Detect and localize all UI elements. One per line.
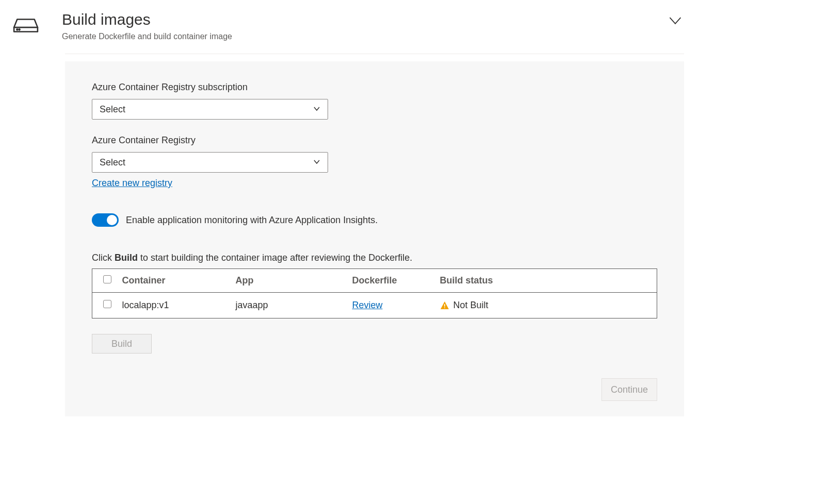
form-panel: Azure Container Registry subscription Se… bbox=[65, 61, 684, 416]
col-app: App bbox=[236, 269, 352, 293]
cell-container: localapp:v1 bbox=[122, 293, 236, 318]
svg-rect-3 bbox=[444, 304, 445, 307]
table-header-row: Container App Dockerfile Build status bbox=[92, 269, 657, 293]
create-registry-link[interactable]: Create new registry bbox=[92, 178, 172, 189]
build-instruction: Click Build to start building the contai… bbox=[92, 253, 657, 263]
monitoring-toggle-label: Enable application monitoring with Azure… bbox=[126, 215, 378, 226]
col-status: Build status bbox=[440, 269, 657, 293]
row-checkbox[interactable] bbox=[103, 300, 111, 308]
continue-button[interactable]: Continue bbox=[601, 378, 657, 401]
build-button[interactable]: Build bbox=[92, 334, 152, 354]
col-dockerfile: Dockerfile bbox=[352, 269, 440, 293]
page-subtitle: Generate Dockerfile and build container … bbox=[62, 32, 665, 41]
storage-icon bbox=[10, 10, 41, 41]
chevron-down-icon bbox=[313, 104, 320, 115]
col-container: Container bbox=[122, 269, 236, 293]
status-text: Not Built bbox=[453, 300, 489, 311]
subscription-select-value: Select bbox=[100, 104, 125, 115]
review-dockerfile-link[interactable]: Review bbox=[352, 300, 383, 310]
collapse-button[interactable] bbox=[665, 10, 686, 31]
svg-rect-4 bbox=[444, 307, 445, 308]
registry-label: Azure Container Registry bbox=[92, 135, 657, 146]
images-table: Container App Dockerfile Build status lo… bbox=[92, 268, 657, 318]
subscription-select[interactable]: Select bbox=[92, 99, 328, 120]
subscription-label: Azure Container Registry subscription bbox=[92, 82, 657, 93]
chevron-down-icon bbox=[313, 157, 320, 168]
page-title: Build images bbox=[62, 10, 665, 29]
registry-select-value: Select bbox=[100, 157, 125, 168]
table-row: localapp:v1 javaapp Review Not Built bbox=[92, 293, 657, 318]
svg-point-2 bbox=[19, 29, 20, 30]
monitoring-toggle[interactable] bbox=[92, 213, 119, 227]
svg-point-1 bbox=[17, 29, 18, 30]
select-all-checkbox[interactable] bbox=[103, 275, 111, 283]
toggle-knob bbox=[107, 215, 117, 225]
cell-app: javaapp bbox=[236, 293, 352, 318]
warning-icon bbox=[440, 301, 449, 310]
cell-status: Not Built bbox=[440, 300, 652, 311]
header-divider bbox=[65, 54, 684, 54]
registry-select[interactable]: Select bbox=[92, 152, 328, 173]
